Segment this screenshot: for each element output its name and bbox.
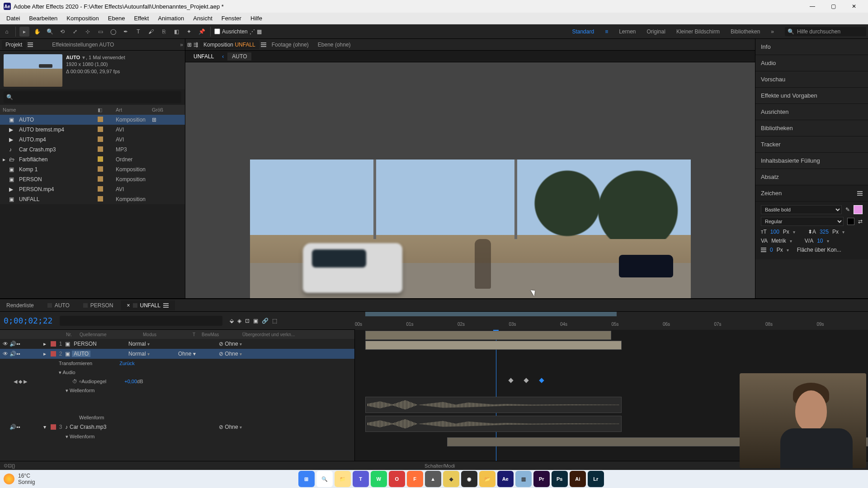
keyframe[interactable] xyxy=(508,378,513,383)
tl-tool-1[interactable]: ⬙ xyxy=(230,318,234,324)
project-tab-menu-icon[interactable] xyxy=(28,42,33,47)
layer-property[interactable]: Transformieren Zurück xyxy=(0,359,354,368)
workspace-original[interactable]: Original xyxy=(647,28,665,35)
tl-tool-6[interactable]: ⬚ xyxy=(272,318,277,324)
effect-settings-tab[interactable]: Effekteinstellungen AUTO xyxy=(48,40,118,49)
taskbar-files[interactable]: 📂 xyxy=(479,471,495,487)
menu-bearbeiten[interactable]: Bearbeiten xyxy=(24,14,62,23)
footage-tab[interactable]: Footage (ohne) xyxy=(268,40,312,49)
anchor-tool[interactable]: ⊹ xyxy=(83,27,93,37)
tl-tool-5[interactable]: 🔗 xyxy=(262,318,269,324)
workspace-bibliotheken[interactable]: Bibliotheken xyxy=(731,28,760,35)
timeline-timecode[interactable]: 0;00;02;22 xyxy=(4,316,52,325)
menu-effekt[interactable]: Effekt xyxy=(129,14,153,23)
swap-colors-icon[interactable]: ⇄ xyxy=(858,218,863,225)
taskbar-firefox[interactable]: F xyxy=(407,471,423,487)
stroke-width[interactable]: 0 xyxy=(770,247,773,253)
taskbar-pr[interactable]: Pr xyxy=(533,471,550,487)
pen-tool[interactable]: ✒ xyxy=(121,27,131,37)
layer-track[interactable] xyxy=(365,331,612,340)
taskbar-search[interactable]: 🔍 xyxy=(316,471,333,487)
switches-modes-toggle[interactable]: Schalter/Modi xyxy=(425,463,455,469)
minimize-button[interactable]: — xyxy=(802,0,823,13)
keyframe[interactable] xyxy=(524,378,528,383)
col-type[interactable]: Art xyxy=(116,107,152,113)
panel-vorschau[interactable]: Vorschau xyxy=(755,71,868,88)
project-item[interactable]: ▣PERSONKomposition xyxy=(0,174,185,184)
menu-animation[interactable]: Animation xyxy=(153,14,189,23)
work-area-bar[interactable] xyxy=(365,312,617,316)
menu-ansicht[interactable]: Ansicht xyxy=(189,14,217,23)
fill-color-swatch[interactable] xyxy=(854,205,863,214)
workspace-kleiner[interactable]: Kleiner Bildschirm xyxy=(676,28,720,35)
timeline-search[interactable] xyxy=(60,316,222,326)
fill-over-stroke[interactable]: Fläche über Kon... xyxy=(797,247,841,253)
layer-property[interactable]: ◀ ◆ ▶⏱ ◇ Audiopegel +0,00 dB xyxy=(0,377,354,386)
col-swatch[interactable]: ◧ xyxy=(98,107,116,113)
project-search[interactable]: 🔍 xyxy=(4,91,181,103)
roto-tool[interactable]: ✦ xyxy=(184,27,194,37)
layer-row[interactable]: 👁🔊▪▪▸2▣AUTONormal ▾Ohne ▾⊘ Ohne ▾ xyxy=(0,349,354,359)
snap-checkbox[interactable] xyxy=(214,28,220,34)
font-style-select[interactable]: Regular xyxy=(761,217,844,226)
weather-widget[interactable]: 16°C Sonnig xyxy=(4,473,35,485)
tl-tool-2[interactable]: ◈ xyxy=(237,318,241,324)
workspace-lernen[interactable]: Lernen xyxy=(619,28,636,35)
layer-property[interactable]: ▾ Wellenform xyxy=(0,386,354,395)
comp-flow-icon[interactable]: ⇶ xyxy=(193,42,198,48)
rotate-tool[interactable]: ⤢ xyxy=(70,27,80,37)
font-family-select[interactable]: Bastile bold xyxy=(761,205,842,214)
layer-property[interactable]: ▾ Audio xyxy=(0,368,354,377)
workspace-standard[interactable]: Standard xyxy=(572,28,594,35)
layer-property[interactable] xyxy=(0,395,354,413)
col-name[interactable]: Name xyxy=(3,107,98,113)
taskbar-obs[interactable]: ◉ xyxy=(461,471,477,487)
zoom-tool[interactable]: 🔍 xyxy=(45,27,55,37)
composition-tab[interactable]: Komposition UNFALL xyxy=(200,40,259,49)
taskbar-ps[interactable]: Ps xyxy=(552,471,568,487)
layer-property[interactable]: ▾ Wellenform xyxy=(0,432,354,441)
eraser-tool[interactable]: ◧ xyxy=(171,27,181,37)
timeline-tab-person[interactable]: PERSON xyxy=(77,300,120,310)
snap-options-icon[interactable]: ⋰ xyxy=(250,28,255,35)
tracking-value[interactable]: 10 xyxy=(817,238,823,244)
project-item[interactable]: ▣AUTOKomposition⊞ xyxy=(0,115,185,125)
panel-tracker[interactable]: Tracker xyxy=(755,136,868,153)
orbit-tool[interactable]: ⟲ xyxy=(57,27,67,37)
project-tab[interactable]: Projekt xyxy=(2,40,26,49)
layer-track[interactable] xyxy=(365,341,622,350)
menu-komposition[interactable]: Komposition xyxy=(62,14,104,23)
panel-info[interactable]: Info xyxy=(755,39,868,55)
stroke-color-swatch[interactable] xyxy=(847,218,854,225)
menu-ebene[interactable]: Ebene xyxy=(104,14,130,23)
help-search[interactable]: 🔍 Hilfe durchsuchen xyxy=(785,27,866,36)
layer-track[interactable] xyxy=(365,397,622,413)
taskbar-explorer[interactable]: 📁 xyxy=(335,471,351,487)
menu-hilfe[interactable]: Hilfe xyxy=(246,14,267,23)
selection-tool[interactable]: ▸ xyxy=(19,27,29,37)
panel-effekte-und-vorgaben[interactable]: Effekte und Vorgaben xyxy=(755,88,868,104)
taskbar-start[interactable]: ⊞ xyxy=(298,471,315,487)
menu-datei[interactable]: Datei xyxy=(2,14,24,23)
clone-tool[interactable]: ⎘ xyxy=(159,27,169,37)
taskbar-app2[interactable]: ◆ xyxy=(443,471,459,487)
leading-value[interactable]: 325 xyxy=(820,229,829,235)
layer-tab[interactable]: Ebene (ohne) xyxy=(314,40,354,49)
font-size-value[interactable]: 100 xyxy=(770,229,779,235)
timeline-tab-unfall[interactable]: × UNFALL xyxy=(121,300,175,310)
project-item[interactable]: ▣UNFALLKomposition xyxy=(0,194,185,204)
hand-tool[interactable]: ✋ xyxy=(32,27,42,37)
tl-tool-3[interactable]: ⊡ xyxy=(245,318,250,324)
panel-overflow-icon[interactable]: » xyxy=(180,42,183,48)
taskbar-ae[interactable]: Ae xyxy=(497,471,514,487)
comp-nav-icon[interactable]: ⊞ xyxy=(187,42,192,48)
taskbar-whatsapp[interactable]: W xyxy=(371,471,387,487)
timeline-tab-auto[interactable]: AUTO xyxy=(41,300,76,310)
tl-toggle-3[interactable]: {} xyxy=(12,463,15,469)
taskbar-app3[interactable]: ▥ xyxy=(515,471,532,487)
project-item[interactable]: ▣Komp 1Komposition xyxy=(0,164,185,174)
project-item[interactable]: ▶PERSON.mp4AVI xyxy=(0,184,185,194)
panel-bibliotheken[interactable]: Bibliotheken xyxy=(755,120,868,136)
project-item[interactable]: ▶AUTO bremst.mp4AVI xyxy=(0,125,185,135)
project-item[interactable]: ▶AUTO.mp4AVI xyxy=(0,135,185,145)
